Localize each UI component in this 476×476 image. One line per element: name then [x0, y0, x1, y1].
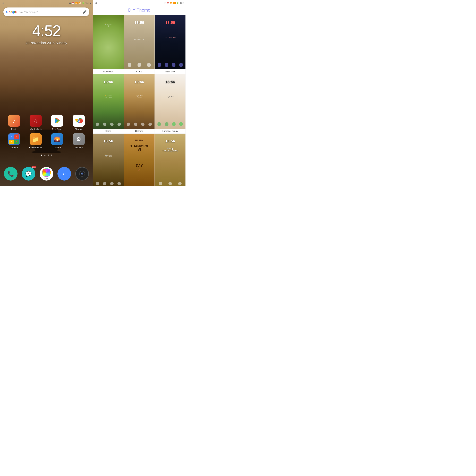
theme-night-view[interactable]: 18:56 July 7 2016 · 5am Night view [155, 15, 186, 74]
crane-label: Crane [124, 69, 154, 74]
app-google-folder[interactable]: 2 G ✉ ▶ 📍 Google [6, 133, 23, 149]
crane-preview: 18:56 FLFLondon 12°↑ 48° [124, 15, 154, 69]
grass-preview: 18:56 ⛅ LondonJuly 7 2016 [93, 74, 124, 129]
page-dots: ⌂ [0, 154, 93, 157]
wifi-icon: 📶 [75, 2, 78, 4]
home-screen: ☺ ✱ ⏰ 📶 📶 🔋 4:52 a Google Say "Ok Google… [0, 0, 93, 186]
theme-thanksgiving2[interactable]: 18:56 HappyTHANKSGIVING Thanksgiving... [155, 134, 186, 186]
play-store-label: Play Store [52, 128, 62, 130]
chrome-label: Chrome [75, 128, 83, 130]
theme-grid[interactable]: ⛅ LondonJuly 7 Dandelion 18:56 FLFLondon… [93, 15, 186, 186]
app-chrome[interactable]: Chrome [70, 115, 87, 130]
dock-browser[interactable]: ○ [57, 167, 71, 181]
status-time: 4:52 a [85, 2, 91, 4]
right-status-left: ☺ [95, 1, 98, 5]
right-battery-icon: 🔋 [176, 2, 179, 4]
settings-icon: ⚙ [73, 133, 85, 145]
crane-time: 18:56 [124, 20, 154, 25]
notification-badge: 2 [18, 133, 20, 135]
chipmunks-preview: 18:56 ⛅ LondonJuly 7 2016 [93, 134, 124, 186]
dock-messages[interactable]: 398 💬 [22, 167, 35, 181]
clock-time: 4:52 [0, 22, 93, 40]
children-preview: 18:56 July 7 · 5amLondon [124, 74, 154, 129]
labrador-time: 18:56 [155, 80, 186, 84]
grass-label: Grass [93, 129, 124, 133]
svg-point-14 [81, 173, 82, 173]
right-signal-icon: 📶 [173, 2, 176, 4]
right-alarm-icon: ⏰ [167, 2, 169, 4]
night-view-preview: 18:56 July 7 2016 · 5am [155, 15, 186, 69]
play-store-icon [51, 115, 63, 127]
theme-happy-thanksgiving[interactable]: HAPPY THANKSGIVI DAY 🍂 Happy Thanks... [124, 134, 154, 186]
file-manager-icon: 📁 [30, 133, 42, 145]
live-label: LIVE [45, 177, 48, 179]
dot-1 [48, 154, 49, 156]
right-wifi-icon: 📶 [170, 2, 172, 4]
diy-theme-screen: ☺ ✱ ⏰ 📶 📶 🔋 4:52 DIY Theme ⛅ LondonJuly … [93, 0, 186, 186]
music-label: Music [11, 128, 17, 130]
signal-icon: 📶 [78, 2, 81, 4]
theme-chipmunks[interactable]: 18:56 ⛅ LondonJuly 7 2016 The Chipmunks [93, 134, 124, 186]
svg-point-8 [78, 120, 80, 121]
thanksgiving1-preview: HAPPY THANKSGIVI DAY 🍂 [124, 134, 154, 186]
crane-icons [124, 63, 154, 67]
google-folder-icon: 2 G ✉ ▶ 📍 [8, 133, 20, 145]
theme-dandelion[interactable]: ⛅ LondonJuly 7 Dandelion [93, 15, 124, 74]
dock-live[interactable]: LIVE [40, 167, 53, 181]
file-manager-label: File manager [29, 146, 42, 149]
battery-icon: 🔋 [82, 2, 85, 4]
thanksgiving2-icons [155, 182, 186, 185]
thanksgiving-happy-text: HAPPY [124, 139, 154, 142]
thanksgiving2-time: 18:56 [155, 139, 186, 143]
dandelion-preview: ⛅ LondonJuly 7 [93, 15, 124, 69]
app-file-manager[interactable]: 📁 File manager [27, 133, 44, 149]
google-folder-label: Google [11, 146, 18, 149]
app-wynk-music[interactable]: ♫ Wynk Music [27, 115, 44, 130]
messages-badge: 398 [32, 166, 36, 168]
dock-phone[interactable]: 📞 [4, 167, 17, 181]
app-music[interactable]: ♪ Music [6, 115, 23, 130]
night-icons [155, 63, 186, 67]
wynk-music-icon: ♫ [30, 115, 42, 127]
children-time: 18:56 [124, 80, 154, 84]
right-bluetooth-icon: ✱ [164, 2, 166, 4]
night-time: 18:56 [155, 20, 186, 25]
chipmunks-time: 18:56 [93, 139, 124, 143]
gallery-icon: 🌄 [51, 133, 63, 145]
grass-time: 18:56 [93, 80, 124, 84]
dock-camera[interactable] [75, 167, 89, 181]
chrome-icon [73, 115, 85, 127]
labrador-preview: 18:56 July 7 · 5am [155, 74, 186, 129]
google-search-bar[interactable]: Google Say "Ok Google" 🎤 [3, 7, 89, 16]
thanksgiving-day-text: THANKSGIVI [124, 144, 154, 151]
children-icons [124, 122, 154, 126]
diy-theme-header: DIY Theme [93, 6, 186, 15]
theme-crane[interactable]: 18:56 FLFLondon 12°↑ 48° Crane [124, 15, 154, 74]
app-row-2: 2 G ✉ ▶ 📍 Google 📁 File manager [3, 133, 89, 149]
grass-icons [93, 122, 124, 126]
theme-labrador-puppy[interactable]: 18:56 July 7 · 5am Labrador puppy [155, 74, 186, 133]
status-bar: ☺ ✱ ⏰ 📶 📶 🔋 4:52 a [0, 0, 93, 6]
theme-children[interactable]: 18:56 July 7 · 5amLondon Children [124, 74, 154, 133]
clock-widget: 4:52 20 November 2016 Sunday [0, 22, 93, 45]
diy-theme-title: DIY Theme [93, 7, 186, 13]
microphone-icon[interactable]: 🎤 [83, 10, 87, 14]
gallery-label: Gallery [54, 146, 61, 149]
app-gallery[interactable]: 🌄 Gallery [49, 133, 66, 149]
night-view-label: Night view [155, 69, 186, 74]
google-search-placeholder: Say "Ok Google" [19, 11, 83, 14]
app-dock: 📞 398 💬 LIVE ○ [0, 162, 93, 186]
dandelion-label: Dandelion [93, 69, 124, 74]
app-row-1: ♪ Music ♫ Wynk Music [3, 115, 89, 130]
clock-date: 20 November 2016 Sunday [0, 41, 93, 45]
app-play-store[interactable]: Play Store [49, 115, 66, 130]
live-ring [42, 168, 51, 177]
theme-grass[interactable]: 18:56 ⛅ LondonJuly 7 2016 Grass [93, 74, 124, 133]
alarm-icon: ⏰ [71, 2, 74, 4]
app-settings[interactable]: ⚙ Settings [70, 133, 87, 149]
status-left-icon: ☺ [2, 2, 4, 4]
right-status-bar: ☺ ✱ ⏰ 📶 📶 🔋 4:52 [93, 0, 186, 6]
wynk-music-label: Wynk Music [30, 128, 42, 130]
dot-2 [51, 154, 52, 156]
dot-play [41, 154, 42, 156]
